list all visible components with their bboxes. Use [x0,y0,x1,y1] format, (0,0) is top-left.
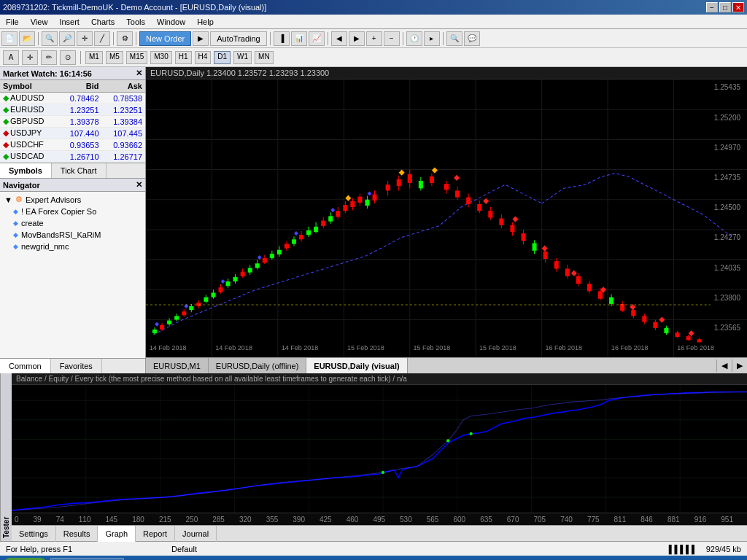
svg-rect-66 [263,258,267,262]
new-order-button[interactable]: New Order [139,31,191,46]
menu-help[interactable]: Help [191,16,220,28]
experts-button[interactable]: ▶ [193,31,209,46]
restore-button[interactable]: □ [719,2,731,12]
comment-button[interactable]: 💬 [464,31,480,46]
tester-tab-report[interactable]: Report [136,526,175,542]
bid-cell: 1.23251 [58,104,101,116]
autotrading-button[interactable]: AutoTrading [210,31,267,46]
svg-rect-148 [664,328,668,333]
svg-rect-152 [686,336,691,340]
menu-bar: File View Insert Charts Tools Window Hel… [0,15,747,29]
line-chart-button[interactable]: 📈 [309,31,325,46]
more-button[interactable]: ▸ [424,31,440,46]
symbol-cell: ◆GBPUSD [0,116,58,128]
chart-tab-next[interactable]: ▶ [732,359,747,372]
svg-text:14 Feb 2018: 14 Feb 2018 [215,344,252,351]
close-button[interactable]: ✕ [732,2,744,12]
tf-m1[interactable]: M1 [85,51,103,64]
expand-icon: ▼ [4,195,12,204]
line-button[interactable]: ╱ [94,31,110,46]
nav-ea-forex-copier[interactable]: ◆ ! EA Forex Copier So [1,206,144,217]
title-bar-controls[interactable]: − □ ✕ [706,2,744,12]
tab-tick-chart[interactable]: Tick Chart [52,163,107,178]
chart-tab-eurusd-daily-offline[interactable]: EURUSD,Daily (offline) [209,358,307,374]
x-355: 355 [266,516,279,524]
col-symbol: Symbol [0,80,58,93]
candle-button[interactable]: 📊 [291,31,307,46]
market-watch-row[interactable]: ◆AUDUSD 0.78462 0.78538 [0,93,145,104]
tester-tab-results[interactable]: Results [56,526,98,542]
tester-tab-settings[interactable]: Settings [12,526,56,542]
chart-info-text: EURUSD,Daily 1.23400 1.23572 1.23293 1.2… [150,69,329,77]
chart-area[interactable]: 1.25435 1.25200 1.24970 1.24735 1.24500 … [146,79,747,357]
symbol-dot: ◆ [3,152,9,160]
svg-rect-52 [211,292,215,297]
tf-m5[interactable]: M5 [106,51,123,64]
zoom-bar-in[interactable]: + [366,31,382,46]
minimize-button[interactable]: − [706,2,718,12]
nav-newgrid-label: newgrid_nmc [21,242,69,251]
period-button[interactable]: ⊙ [60,50,76,65]
draw-button[interactable]: ✏ [41,50,57,65]
zoom-in-button[interactable]: 🔍 [42,31,58,46]
ask-cell: 1.39384 [102,116,145,128]
menu-file[interactable]: File [0,16,25,28]
menu-view[interactable]: View [25,16,54,28]
zoom-bar-out[interactable]: − [384,31,400,46]
nav-movbands-label: MovBandsRSI_KaRiM [21,230,101,239]
new-chart-button[interactable]: 📄 [1,31,18,46]
bar-chart-button[interactable]: ▐ [274,31,290,46]
tester-label[interactable]: Tester [0,373,12,541]
menu-charts[interactable]: Charts [85,16,120,28]
nav-newgrid[interactable]: ◆ newgrid_nmc [1,241,144,252]
chart-tab-eurusd-daily-visual[interactable]: EURUSD,Daily (visual) [306,358,407,374]
x-425: 425 [320,516,332,524]
market-watch-row[interactable]: ◆USDCAD 1.26710 1.26717 [0,151,145,163]
search-button[interactable]: 🔍 [446,31,462,46]
tf-h1[interactable]: H1 [175,51,192,64]
tester-tab-graph[interactable]: Graph [98,526,136,542]
tf-mn[interactable]: MN [255,51,274,64]
tf-m15[interactable]: M15 [126,51,147,64]
crosshair-button[interactable]: ✛ [77,31,93,46]
nav-expert-advisors[interactable]: ▼ ⚙ Expert Advisors [1,193,144,206]
chart-tab-prev[interactable]: ◀ [716,359,732,372]
graph-canvas [12,385,747,513]
col-bid: Bid [58,80,101,93]
nav-create[interactable]: ◆ create [1,217,144,229]
nav-movbands[interactable]: ◆ MovBandsRSI_KaRiM [1,229,144,241]
tf-h4[interactable]: H4 [195,51,212,64]
market-watch-row[interactable]: ◆USDJPY 107.440 107.445 [0,128,145,139]
symbol-cell: ◆USDCHF [0,139,58,151]
svg-rect-108 [444,184,449,190]
market-watch-close[interactable]: ✕ [136,69,142,78]
nav-tab-common[interactable]: Common [0,359,51,373]
tf-m30[interactable]: M30 [150,51,171,64]
zoom-out-button[interactable]: 🔎 [59,31,75,46]
open-button[interactable]: 📂 [19,31,35,46]
tf-d1[interactable]: D1 [214,51,231,64]
clock-button[interactable]: 🕐 [406,31,422,46]
market-watch-row[interactable]: ◆GBPUSD 1.39378 1.39384 [0,116,145,128]
bid-cell: 107.440 [58,128,101,139]
cursor-button[interactable]: A [3,50,19,65]
tf-w1[interactable]: W1 [233,51,252,64]
symbol-dot: ◆ [3,117,9,125]
menu-insert[interactable]: Insert [53,16,85,28]
chart-tab-eurusd-m1[interactable]: EURUSD,M1 [146,358,209,374]
scroll-right-button[interactable]: ▶ [349,31,365,46]
menu-window[interactable]: Window [151,16,191,28]
market-watch-row[interactable]: ◆USDCHF 0.93653 0.93662 [0,139,145,151]
scroll-left-button[interactable]: ◀ [331,31,347,46]
properties-button[interactable]: ⚙ [117,31,133,46]
crosshair2-button[interactable]: ✛ [22,50,38,65]
tab-symbols[interactable]: Symbols [0,163,52,178]
nav-tab-favorites[interactable]: Favorites [51,359,102,373]
tester-tab-journal[interactable]: Journal [175,526,217,542]
svg-point-191 [382,471,384,474]
navigator-close[interactable]: ✕ [136,180,142,190]
menu-tools[interactable]: Tools [120,16,151,28]
bid-cell: 0.78462 [58,93,101,104]
svg-rect-50 [204,298,208,302]
market-watch-row[interactable]: ◆EURUSD 1.23251 1.23251 [0,104,145,116]
